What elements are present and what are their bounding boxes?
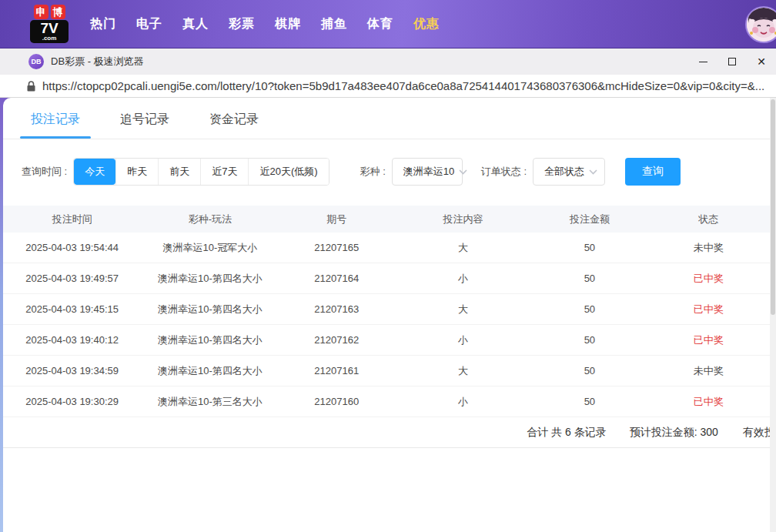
logo-badges: 申 博 [34,5,65,19]
issue-cell: 21207161 [279,365,394,376]
logo-7v-text: 7V [40,21,58,35]
bet-amount-cell: 50 [532,242,647,253]
site-nav: 申 博 7V .com 热门电子真人彩票棋牌捕鱼体育优惠 [0,0,776,49]
minimize-icon [699,62,707,62]
lottery-select-value: 澳洲幸运10 [403,165,454,179]
column-header: 投注内容 [394,212,532,226]
nav-item[interactable]: 电子 [126,16,172,32]
tab[interactable]: 追号记录 [112,112,177,139]
table-row: 2025-04-03 19:49:57澳洲幸运10-第四名大小21207164小… [3,263,770,294]
table-body: 2025-04-03 19:54:44澳洲幸运10-冠军大小21207165大5… [3,233,770,417]
bet-content-cell: 大 [394,303,532,316]
bet-content-cell: 大 [394,241,532,255]
order-status-select[interactable]: 全部状态 [533,158,605,186]
app-window: 申 博 7V .com 热门电子真人彩票棋牌捕鱼体育优惠 [0,0,776,532]
site-favicon: DB [28,54,44,69]
lottery-filter-label: 彩种 : [360,165,386,179]
nav-item[interactable]: 捕鱼 [311,16,357,32]
valid-bet-amount: 有效投注金额: 300 [743,426,770,440]
vertical-scrollbar[interactable] [770,98,776,532]
column-header: 状态 [647,212,770,226]
expected-bet-amount: 预计投注金额: 300 [630,426,718,440]
lottery-select[interactable]: 澳洲幸运10 [392,158,463,186]
bet-amount-cell: 50 [532,303,647,315]
bet-time-cell: 2025-04-03 19:45:15 [3,303,141,315]
status-cell: 已中奖 [647,395,770,409]
bet-time-cell: 2025-04-03 19:54:44 [3,242,141,253]
browser-urlbar [0,75,776,98]
column-header: 投注时间 [3,212,141,226]
summary-bar: 合计 共 6 条记录 预计投注金额: 300 有效投注金额: 300 [3,417,770,448]
bet-records-table: 投注时间彩种-玩法期号投注内容投注金额状态 2025-04-03 19:54:4… [3,206,770,417]
table-row: 2025-04-03 19:40:12澳洲幸运10-第四名大小21207162小… [3,325,770,356]
nav-item[interactable]: 优惠 [403,16,450,32]
status-cell: 已中奖 [647,333,770,347]
bet-time-cell: 2025-04-03 19:30:29 [3,396,141,407]
nav-item[interactable]: 彩票 [219,16,265,32]
issue-cell: 21207165 [279,242,394,253]
logo-badge-right: 博 [51,5,65,19]
bet-content-cell: 小 [394,395,532,409]
window-title: DB彩票 - 极速浏览器 [51,55,144,69]
chevron-down-icon [459,169,467,175]
game-play-cell: 澳洲幸运10-第四名大小 [141,303,279,316]
minimize-button[interactable] [688,49,717,75]
bet-content-cell: 大 [394,364,532,378]
time-option[interactable]: 近7天 [200,159,248,185]
lock-icon [27,81,35,92]
column-header: 投注金额 [532,212,647,226]
page-content: 投注记录追号记录资金记录 查询时间 : 今天昨天前天近7天近20天(低频) 彩种… [0,98,776,532]
time-option[interactable]: 今天 [74,159,115,185]
issue-cell: 21207164 [279,273,394,284]
bet-time-cell: 2025-04-03 19:49:57 [3,273,141,284]
logo-com-text: .com [42,35,57,42]
table-header-row: 投注时间彩种-玩法期号投注内容投注金额状态 [3,206,770,233]
issue-cell: 21207162 [279,334,394,346]
avatar-illustration [747,8,776,42]
close-button[interactable]: ✕ [747,49,776,75]
scrollbar-thumb[interactable] [771,99,775,315]
user-avatar[interactable] [745,6,776,43]
records-card: 投注记录追号记录资金记录 查询时间 : 今天昨天前天近7天近20天(低频) 彩种… [3,98,770,532]
nav-item[interactable]: 真人 [172,16,219,32]
logo-wordmark: 7V .com [30,20,69,43]
maximize-icon [728,58,736,65]
tab[interactable]: 资金记录 [202,112,266,139]
table-row: 2025-04-03 19:54:44澳洲幸运10-冠军大小21207165大5… [3,233,770,263]
game-play-cell: 澳洲幸运10-第四名大小 [141,333,279,347]
chevron-down-icon [589,169,597,175]
bet-amount-cell: 50 [532,273,647,284]
game-play-cell: 澳洲幸运10-冠军大小 [141,241,279,255]
bet-content-cell: 小 [394,272,532,286]
nav-item[interactable]: 棋牌 [265,16,311,32]
record-tabs: 投注记录追号记录资金记录 [3,98,770,139]
search-button[interactable]: 查询 [625,158,681,186]
table-row: 2025-04-03 19:45:15澳洲幸运10-第四名大小21207163大… [3,294,770,325]
status-cell: 已中奖 [647,272,770,286]
game-play-cell: 澳洲幸运10-第三名大小 [141,395,279,409]
logo-badge-left: 申 [34,5,48,19]
time-option[interactable]: 近20天(低频) [248,159,328,185]
close-icon: ✕ [757,56,766,67]
bet-content-cell: 小 [394,333,532,347]
table-row: 2025-04-03 19:30:29澳洲幸运10-第三名大小21207160小… [3,386,770,417]
time-option[interactable]: 昨天 [115,159,158,185]
bet-amount-cell: 50 [532,365,647,376]
window-controls: ✕ [688,49,776,75]
status-cell: 未中奖 [647,241,770,255]
nav-item[interactable]: 热门 [80,16,126,32]
table-row: 2025-04-03 19:34:59澳洲幸运10-第四名大小21207161大… [3,356,770,386]
nav-menu: 热门电子真人彩票棋牌捕鱼体育优惠 [80,16,450,32]
url-input[interactable] [42,79,774,92]
bet-amount-cell: 50 [532,396,647,407]
bet-time-cell: 2025-04-03 19:34:59 [3,365,141,376]
time-range-group: 今天昨天前天近7天近20天(低频) [73,158,329,186]
time-option[interactable]: 前天 [158,159,200,185]
status-filter-label: 订单状态 : [481,165,527,179]
game-play-cell: 澳洲幸运10-第四名大小 [141,364,279,378]
tab[interactable]: 投注记录 [23,112,88,139]
maximize-button[interactable] [717,49,747,75]
nav-item[interactable]: 体育 [357,16,403,32]
status-select-value: 全部状态 [544,165,584,179]
site-logo[interactable]: 申 博 7V .com [29,5,69,43]
